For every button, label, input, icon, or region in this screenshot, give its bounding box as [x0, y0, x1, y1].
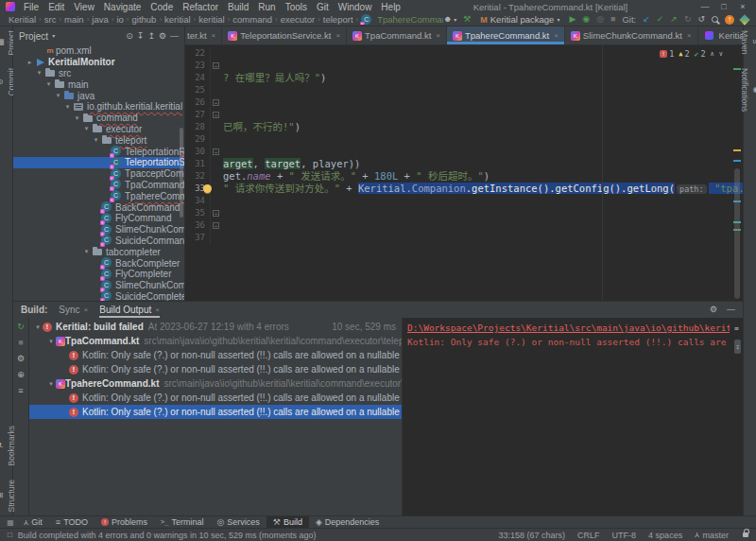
build-tree-row[interactable]: !Kotlin: Only safe (?.) or non-null asse…	[29, 348, 402, 362]
tree-chevron-icon[interactable]: ▾	[33, 323, 43, 331]
project-tree-item[interactable]: ▸KeritialMonitor	[13, 57, 184, 68]
project-tree-item[interactable]: ▾java	[13, 90, 184, 101]
menu-window[interactable]: Window	[334, 2, 377, 12]
gear-icon[interactable]: ⚙	[710, 305, 717, 314]
editor-tab[interactable]: ter.kt×	[185, 26, 222, 44]
user-icon[interactable]: ☻ ▾	[443, 15, 456, 24]
fold-marker-icon[interactable]: −	[213, 210, 219, 217]
breadcrumb-item[interactable]: io	[115, 14, 124, 25]
breadcrumb-item[interactable]: main	[63, 14, 85, 25]
menu-view[interactable]: View	[69, 2, 99, 12]
maximize-button[interactable]: □	[714, 2, 733, 11]
tree-chevron-icon[interactable]: ▾	[62, 103, 73, 111]
tree-chevron-icon[interactable]: ▾	[72, 114, 82, 122]
tool-window-button-todo[interactable]: ≡TODO	[49, 516, 94, 528]
tab-close-icon[interactable]: ×	[212, 31, 216, 40]
project-tree-item[interactable]: ▾executor	[13, 124, 184, 135]
close-button[interactable]: ×	[733, 2, 752, 11]
minimize-button[interactable]: —	[696, 2, 714, 11]
fold-marker-icon[interactable]: −	[213, 222, 219, 229]
tool-window-button-build[interactable]: ⚒Build	[266, 516, 309, 528]
fold-marker-icon[interactable]: −	[213, 62, 219, 69]
debug-button[interactable]: ◉	[582, 15, 590, 24]
tab-close-icon[interactable]: ×	[687, 31, 692, 40]
build-tree-row[interactable]: ▾KTpaCommand.ktsrc\main\java\io\github\k…	[29, 334, 402, 348]
stop-button[interactable]: ■	[610, 15, 615, 24]
intention-bulb-icon[interactable]	[203, 184, 212, 193]
build-tree-row[interactable]: !Kotlin: Only safe (?.) or non-null asse…	[29, 391, 402, 405]
git-push-button[interactable]: ↗	[670, 15, 678, 24]
tab-close-icon[interactable]: ×	[155, 305, 160, 314]
gear-icon[interactable]: ⚙	[159, 32, 166, 41]
tree-chevron-icon[interactable]: ▾	[81, 248, 92, 255]
breadcrumb-item[interactable]: src	[43, 14, 58, 25]
fold-marker-icon[interactable]: −	[213, 112, 219, 118]
project-tree-item[interactable]: SlimeChunkCommand	[13, 224, 184, 236]
menu-run[interactable]: Run	[253, 2, 280, 12]
tree-chevron-icon[interactable]: ▾	[43, 80, 54, 88]
breadcrumb-item[interactable]: Keritial	[8, 14, 37, 25]
tool-strip-button-bookmarks[interactable]: ⚑Bookmarks	[0, 426, 16, 466]
project-tree-item[interactable]: TeleportationRequest	[13, 146, 184, 157]
tree-chevron-icon[interactable]: ▸	[25, 59, 35, 66]
encoding-select[interactable]: UTF-8	[612, 531, 637, 540]
tool-strip-button-structure[interactable]: ⊞Structure	[0, 480, 16, 513]
prev-problem-icon[interactable]: ∧	[711, 50, 714, 58]
filter-icon[interactable]: ≡	[18, 387, 23, 395]
soft-wrap-icon[interactable]: ≡	[734, 322, 741, 336]
project-tree-item[interactable]: TpahereCommand	[13, 190, 184, 201]
git-update-button[interactable]: ↙	[643, 15, 650, 24]
write-access-icon[interactable]	[743, 532, 748, 537]
editor-tab[interactable]: KTpaCommand.kt×	[347, 26, 447, 44]
breadcrumb-class[interactable]: TpahereCommand	[360, 14, 443, 25]
tree-chevron-icon[interactable]: ▾	[46, 380, 56, 388]
scroll-to-end-icon[interactable]: ↧	[734, 340, 741, 354]
project-tree-item[interactable]: TeleportationService	[13, 157, 184, 168]
project-tree-item[interactable]: SuicideCompleter	[13, 291, 184, 301]
build-tree-row[interactable]: ▾KTpahereCommand.ktsrc\main\java\io\gith…	[29, 376, 402, 391]
tool-window-button-git[interactable]: YGit	[17, 516, 49, 528]
expand-all-icon[interactable]: ↧	[137, 32, 145, 41]
build-tree-row[interactable]: !Kotlin: Only safe (?.) or non-null asse…	[29, 362, 402, 376]
project-tree-item[interactable]: FlyCompleter	[13, 269, 184, 280]
indent-select[interactable]: 4 spaces	[648, 531, 682, 540]
tree-chevron-icon[interactable]: ▾	[91, 136, 101, 144]
locate-file-icon[interactable]: ⊙	[126, 32, 133, 41]
tree-chevron-icon[interactable]: ▾	[81, 125, 92, 132]
project-tree-item[interactable]: BackCommand	[13, 201, 184, 213]
window-switcher-icon[interactable]: ▦	[4, 516, 17, 528]
next-problem-icon[interactable]: ∨	[719, 50, 723, 58]
editor-tab[interactable]: Keritial.iml×	[698, 26, 743, 44]
hide-panel-icon[interactable]: —	[727, 305, 735, 314]
editor[interactable]: 2223−24? 在哪里？是人吗？")2526−27−28已啊，不行的!")29…	[185, 45, 743, 301]
editor-tab[interactable]: KTeleportationService.kt×	[222, 26, 347, 44]
menu-navigate[interactable]: Navigate	[99, 2, 146, 12]
menu-help[interactable]: Help	[376, 2, 405, 12]
build-tree-row[interactable]: ▾!Keritial: build failedAt 2023-06-27 12…	[29, 320, 402, 334]
build-hammer-icon[interactable]: ⚒	[463, 15, 471, 24]
menu-code[interactable]: Code	[146, 2, 178, 12]
editor-tab[interactable]: KSlimeChunkCommand.kt×	[565, 26, 698, 44]
breadcrumb-item[interactable]: teleport	[322, 14, 354, 25]
hide-panel-icon[interactable]: —	[170, 32, 179, 41]
project-tree-item[interactable]: SlimeChunkCompleter	[13, 280, 184, 291]
ide-update-badge[interactable]: ↑	[725, 15, 734, 25]
tool-window-button-problems[interactable]: !Problems	[94, 516, 154, 528]
tool-window-button-dependencies[interactable]: ◈Dependencies	[309, 516, 386, 528]
breadcrumb-item[interactable]: java	[91, 14, 109, 25]
rollback-button[interactable]: ↺	[697, 15, 705, 24]
tab-close-icon[interactable]: ×	[436, 31, 440, 40]
project-tree-item[interactable]: FlyCommand	[13, 213, 184, 224]
stop-build-icon[interactable]: ■	[18, 339, 23, 347]
fold-marker-icon[interactable]: −	[213, 148, 219, 155]
editor-tab[interactable]: KTpahereCommand.kt×	[447, 26, 565, 44]
menu-refactor[interactable]: Refactor	[178, 2, 223, 12]
caret-position[interactable]: 33:158 (67 chars)	[499, 531, 566, 540]
build-tab[interactable]: Sync×	[59, 302, 88, 318]
build-tree-row[interactable]: !Kotlin: Only safe (?.) or non-null asse…	[29, 405, 402, 419]
run-configuration-select[interactable]: M Keritial package ▾	[477, 14, 562, 25]
tree-chevron-icon[interactable]: ▾	[46, 338, 56, 345]
plugin-icon[interactable]	[739, 14, 749, 25]
breadcrumb-item[interactable]: keritial	[198, 14, 225, 25]
tab-close-icon[interactable]: ×	[335, 31, 340, 40]
